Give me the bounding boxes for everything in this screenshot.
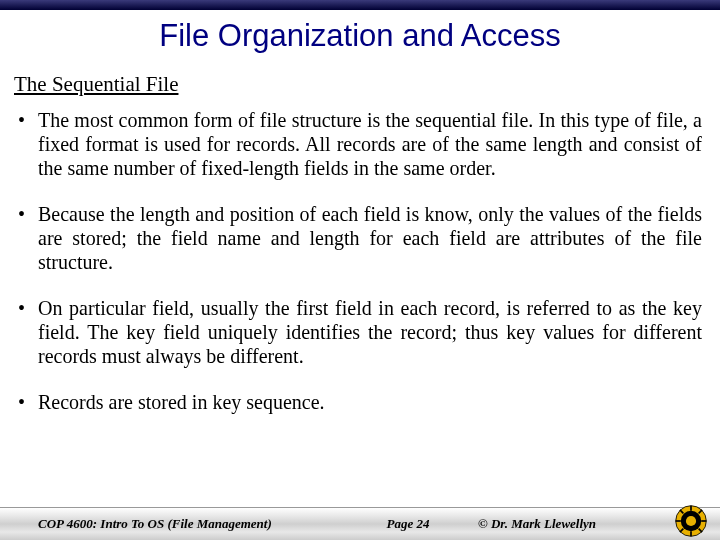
slide-body: The most common form of file structure i… bbox=[14, 108, 702, 436]
list-item: Because the length and position of each … bbox=[14, 202, 702, 274]
slide-title: File Organization and Access bbox=[0, 18, 720, 54]
slide: File Organization and Access The Sequent… bbox=[0, 0, 720, 540]
top-accent-bar bbox=[0, 0, 720, 10]
ucf-logo-icon bbox=[674, 504, 708, 538]
slide-footer: COP 4600: Intro To OS (File Management) … bbox=[0, 507, 720, 540]
footer-author: © Dr. Mark Llewellyn bbox=[478, 516, 638, 532]
bullet-list: The most common form of file structure i… bbox=[14, 108, 702, 414]
svg-point-2 bbox=[686, 516, 696, 526]
slide-subtitle: The Sequential File bbox=[14, 72, 178, 97]
footer-course: COP 4600: Intro To OS (File Management) bbox=[0, 516, 338, 532]
footer-page: Page 24 bbox=[338, 516, 478, 532]
list-item: Records are stored in key sequence. bbox=[14, 390, 702, 414]
list-item: On particular field, usually the first f… bbox=[14, 296, 702, 368]
list-item: The most common form of file structure i… bbox=[14, 108, 702, 180]
